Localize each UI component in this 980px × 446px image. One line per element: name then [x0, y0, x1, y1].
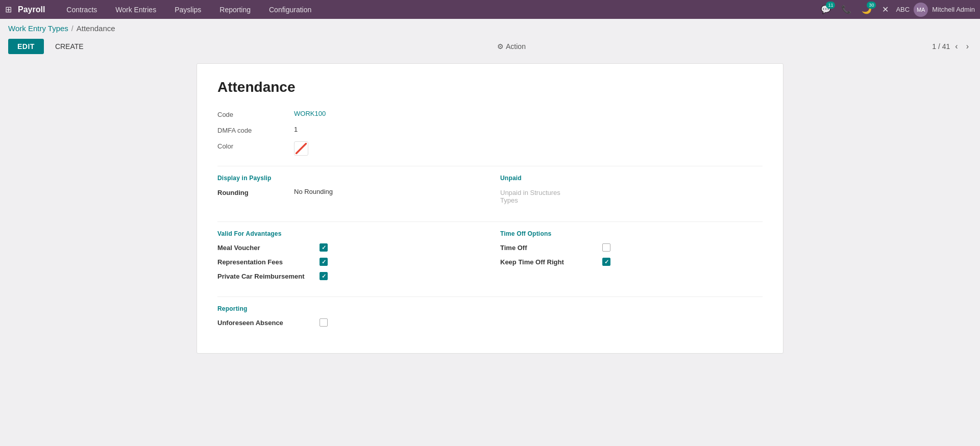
timeoff-section: Time Off Options Time Off Keep Time Off … — [500, 230, 763, 286]
section-divider-1 — [217, 166, 763, 166]
advantages-section: Valid For Advantages Meal Voucher Repres… — [217, 230, 480, 286]
phone-icon-btn[interactable]: 📞 — [838, 3, 854, 16]
keep-time-off-row: Keep Time Off Right — [500, 258, 763, 266]
unforeseen-checkbox[interactable] — [320, 318, 328, 327]
section-divider-2 — [217, 221, 763, 222]
rounding-label: Rounding — [217, 188, 294, 196]
action-label: Action — [506, 42, 526, 51]
action-button[interactable]: ⚙ Action — [497, 42, 526, 51]
meal-voucher-row: Meal Voucher — [217, 243, 480, 252]
toolbar: EDIT CREATE ⚙ Action 1 / 41 ‹ › — [0, 36, 980, 58]
avatar[interactable]: MA — [914, 3, 928, 17]
topnav-menu: Contracts Work Entries Payslips Reportin… — [57, 0, 818, 19]
advantages-timeoff-section: Valid For Advantages Meal Voucher Repres… — [217, 230, 763, 286]
app-title[interactable]: Payroll — [18, 5, 45, 14]
topnav-right: 💬 11 📞 🌙 30 ✕ ABC MA Mitchell Admin — [818, 3, 975, 17]
pager-text: 1 / 41 — [932, 42, 950, 51]
chat-badge: 11 — [826, 2, 835, 9]
breadcrumb: Work Entry Types / Attendance — [0, 19, 980, 36]
meal-voucher-checkbox[interactable] — [320, 243, 328, 252]
create-button[interactable]: CREATE — [48, 39, 91, 54]
private-car-checkbox[interactable] — [320, 272, 328, 280]
timeoff-section-title: Time Off Options — [500, 230, 763, 237]
unforeseen-row: Unforeseen Absence — [217, 318, 763, 327]
nav-reporting[interactable]: Reporting — [210, 0, 260, 19]
reporting-section: Reporting Unforeseen Absence — [217, 305, 763, 327]
structures-field-row: Unpaid in Structures Types — [500, 188, 763, 204]
dmfa-field-row: DMFA code 1 — [217, 126, 763, 134]
structures-label: Unpaid in Structures Types — [500, 188, 577, 204]
topnav: ⊞ Payroll Contracts Work Entries Payslip… — [0, 0, 980, 19]
toolbar-pager: 1 / 41 ‹ › — [932, 41, 972, 52]
payslip-section: Display in Payslip Rounding No Rounding — [217, 175, 480, 211]
pager-prev[interactable]: ‹ — [952, 41, 961, 52]
user-name[interactable]: Mitchell Admin — [932, 6, 975, 13]
advantages-section-title: Valid For Advantages — [217, 230, 480, 237]
nav-payslips[interactable]: Payslips — [165, 0, 210, 19]
breadcrumb-parent[interactable]: Work Entry Types — [8, 24, 68, 33]
keep-time-off-label: Keep Time Off Right — [500, 258, 602, 266]
time-off-row: Time Off — [500, 243, 763, 252]
rounding-field-row: Rounding No Rounding — [217, 188, 480, 196]
nav-work-entries[interactable]: Work Entries — [106, 0, 165, 19]
pager-next[interactable]: › — [963, 41, 972, 52]
abc-label[interactable]: ABC — [896, 6, 910, 13]
representation-fees-label: Representation Fees — [217, 258, 320, 266]
color-field-row: Color — [217, 141, 763, 156]
color-label: Color — [217, 141, 294, 150]
time-off-label: Time Off — [500, 244, 602, 252]
unpaid-section: Unpaid Unpaid in Structures Types — [500, 175, 763, 211]
nav-configuration[interactable]: Configuration — [260, 0, 321, 19]
code-field-row: Code WORK100 — [217, 110, 763, 118]
moon-badge: 30 — [867, 2, 876, 9]
moon-icon-btn[interactable]: 🌙 30 — [859, 3, 875, 16]
two-col-section: Display in Payslip Rounding No Rounding … — [217, 175, 763, 211]
unpaid-section-title: Unpaid — [500, 175, 763, 182]
grid-icon[interactable]: ⊞ — [5, 5, 12, 14]
nav-contracts[interactable]: Contracts — [57, 0, 106, 19]
chat-icon-btn[interactable]: 💬 11 — [818, 3, 834, 16]
payslip-section-title: Display in Payslip — [217, 175, 480, 182]
keep-time-off-checkbox[interactable] — [602, 258, 610, 266]
private-car-row: Private Car Reimbursement — [217, 272, 480, 280]
color-swatch[interactable] — [294, 141, 308, 156]
section-divider-3 — [217, 296, 763, 297]
reporting-section-title: Reporting — [217, 305, 763, 312]
breadcrumb-separator: / — [71, 24, 74, 33]
rounding-value: No Rounding — [294, 188, 333, 195]
dmfa-value: 1 — [294, 126, 298, 133]
content-area: Attendance Code WORK100 DMFA code 1 Colo… — [0, 58, 980, 364]
unforeseen-label: Unforeseen Absence — [217, 319, 320, 327]
breadcrumb-current: Attendance — [77, 24, 115, 33]
code-label: Code — [217, 110, 294, 118]
dmfa-label: DMFA code — [217, 126, 294, 134]
record-title: Attendance — [217, 79, 763, 95]
gear-icon: ⚙ — [497, 42, 504, 51]
time-off-checkbox[interactable] — [602, 243, 610, 252]
private-car-label: Private Car Reimbursement — [217, 272, 320, 280]
edit-button[interactable]: EDIT — [8, 39, 44, 54]
code-value: WORK100 — [294, 110, 326, 117]
close-icon-btn[interactable]: ✕ — [879, 3, 892, 16]
representation-fees-checkbox[interactable] — [320, 258, 328, 266]
meal-voucher-label: Meal Voucher — [217, 244, 320, 252]
form-card: Attendance Code WORK100 DMFA code 1 Colo… — [197, 63, 783, 354]
representation-fees-row: Representation Fees — [217, 258, 480, 266]
